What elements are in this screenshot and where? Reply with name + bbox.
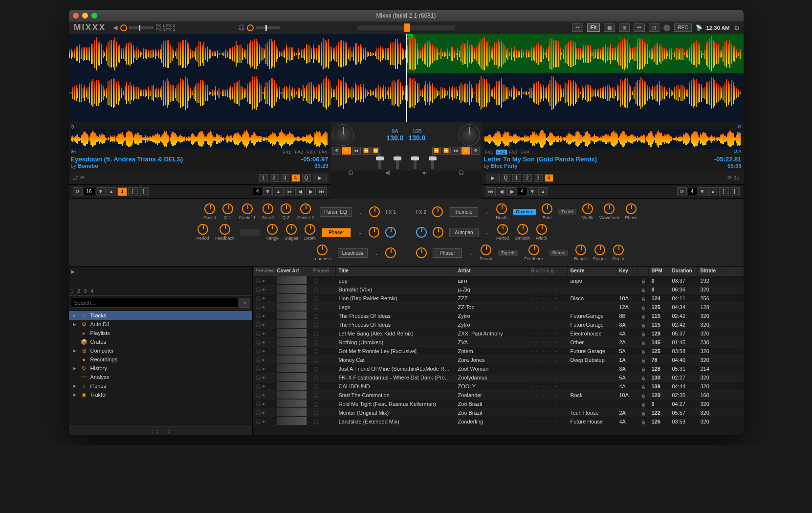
track-rating[interactable]: · · · · · [528,365,568,373]
tree-arrow-icon[interactable]: ▶ [73,383,78,388]
deck1-beatjump-size[interactable]: 4 [253,188,262,195]
deck1-play-button[interactable]: ▶ [313,174,327,182]
deck1-volume-fader[interactable] [396,156,399,169]
fx1-slot3-meta-knob[interactable] [385,247,396,258]
fx1-phaser-feedback-knob[interactable] [219,224,230,235]
preview-play-icon[interactable] [256,295,261,301]
tree-item-traktor[interactable]: ▶◉Traktor [69,390,252,399]
library-row[interactable]: ▸ CALIBOUND ZOOLY · · · · · 4A 109 04:44… [253,382,744,391]
chevron-down-icon[interactable]: ⌄ [484,230,490,235]
bpm-lock-icon[interactable] [641,322,646,328]
deck2-hotcue-1[interactable]: 1 [512,174,521,182]
deck1-bpm-display[interactable]: 9A 130.0 [386,128,403,142]
deck1-reloop-button[interactable]: ⟳ [73,187,83,196]
library-row[interactable]: ▸ FKi X Flosstradamus - Where Dat Dank (… [253,373,744,382]
fx1-slot1-meta-knob[interactable] [369,206,380,217]
tree-item-computer[interactable]: ▶🖥Computer [69,346,252,355]
preview-play-icon[interactable] [256,365,261,371]
library-row[interactable]: ▸ Legs ZZ Top · · · · · 12A 125 04:34 12… [253,303,744,312]
chevron-down-icon[interactable]: ⌄ [373,250,379,256]
library-row[interactable]: ▸ Start The Commotion Zoolander · · · · … [253,391,744,400]
fx2-quantize-badge[interactable]: Quantize [513,209,536,215]
deck2-next-button[interactable]: ⏭ [452,147,461,155]
deck1-repeat-icon[interactable]: ⟳ [80,175,85,181]
sampler-toggle-button[interactable]: ☷ [572,23,583,32]
fx2-slot2-meta-knob[interactable] [433,227,443,238]
track-rating[interactable]: · · · · · [528,347,568,355]
deck2-beatjump-fwd[interactable]: ▶ [507,187,517,196]
deck2-beatjump-size[interactable]: 4 [518,188,527,195]
deck2-rev-button[interactable]: ⏪ [432,147,441,155]
col-header-bpm[interactable]: BPM [649,267,669,276]
deck1-hotcue-2[interactable]: 2 [270,174,279,182]
track-rating[interactable]: · · · · · [528,303,568,311]
fx2-slot3-meta-knob[interactable] [416,247,427,258]
library-row[interactable]: ▸ Hold Me Tight (Feat. Rasmus Kellerman)… [253,400,744,408]
fx2-stereo-tag[interactable]: Stereo [549,250,569,256]
deck1-loop-active[interactable]: ⬇ [117,187,127,196]
deck1-beatjump-next[interactable]: ⏭ [317,187,327,196]
deck2-hotcue-3[interactable]: 3 [534,174,543,182]
preview-play-icon[interactable] [256,304,261,310]
view-button-4[interactable]: ⊡ [649,23,659,32]
deck1-hotcue-1[interactable]: 1 [259,174,268,182]
library-row[interactable]: ▸ Nothing (Unmixed) ZVA · · · · · Other … [253,338,744,347]
fx2-super-knob[interactable] [416,227,427,238]
track-rating[interactable]: · · · · · [528,277,568,285]
fx2-tremolo-waveform-knob[interactable] [604,203,614,214]
library-row[interactable]: ▸ Let Me Bang (Alex Kidd Remix) ZXX, Pau… [253,329,744,338]
deck1-loop-half[interactable]: ▼ [96,187,106,196]
tree-item-itunes[interactable]: ▶♪iTunes [69,381,252,390]
fx2-autopan-smooth-knob[interactable] [517,224,528,235]
search-clear-button[interactable]: ◦ [240,298,250,308]
record-button[interactable]: REC [674,23,691,32]
headphone-gain-slider[interactable] [256,26,280,29]
deck2-beatjump-back[interactable]: ◀ [497,187,506,196]
fx2-autopan-width-knob[interactable] [536,224,547,235]
deck2-loop-double[interactable]: ▲ [708,187,718,196]
deck2-play-button[interactable]: ▶ [486,174,500,182]
track-rating[interactable]: · · · · · [528,286,568,293]
tree-arrow-icon[interactable]: ▶ [73,348,78,353]
library-rows[interactable]: ▸ ppp шггг · · · · · anpo 0 03:37 192 ▸ … [253,276,744,435]
tree-item-analyze[interactable]: 〰Analyze [69,373,252,381]
bpm-lock-icon[interactable] [641,304,646,310]
track-rating[interactable]: · · · · · [528,356,568,364]
deck1-beatjump-back[interactable]: ◀ [295,187,305,196]
master-balance-knob[interactable] [120,24,127,31]
track-rating[interactable]: · · · · · [528,374,568,381]
preview-deck[interactable]: ▶ 1234 [69,267,252,296]
col-header-preview[interactable]: Preview [253,267,274,276]
preview-play-icon[interactable]: ▶ [71,268,250,275]
fx1-phaser-range-knob[interactable] [267,224,278,235]
fx1-slot1-selector[interactable]: Param EQ [320,207,351,217]
bpm-lock-icon[interactable] [641,339,646,345]
sidebar-resize-handle[interactable]: ⋮⋮⋮⋮ [69,426,252,435]
view-button-3[interactable]: ☷ [634,23,645,32]
bpm-lock-icon[interactable] [641,366,646,372]
deck1-rate-slider[interactable] [378,156,381,169]
library-row[interactable]: ▸ Mentor (Original Mix) Zoo Brazil · · ·… [253,408,744,417]
deck2-volume-fader[interactable] [414,156,417,169]
bpm-lock-icon[interactable] [641,401,646,407]
fx-toggle-button[interactable]: FX [587,23,600,32]
fx2-triplet-tag[interactable]: Triplet [558,209,576,215]
preview-play-icon[interactable] [256,374,261,380]
track-rating[interactable]: · · · · · [528,418,568,425]
col-header-bitrate[interactable]: Bitrate [698,267,721,276]
view-button-1[interactable]: ▦ [604,23,615,32]
tree-item-recordings[interactable]: ●Recordings [69,355,252,364]
bpm-lock-icon[interactable] [641,392,646,398]
track-rating[interactable]: · · · · · [528,321,568,329]
fx2-phaser-range-knob[interactable] [575,245,586,255]
fx2-phaser-depth-knob[interactable] [613,245,624,255]
col-header-key[interactable]: Key [616,267,638,276]
deck2-overview-waveform[interactable] [484,129,742,149]
track-rating[interactable]: · · · · · [528,391,568,399]
deck1-prev-button[interactable]: ⏮ [352,147,361,155]
fx2-autopan-period-knob[interactable] [497,224,508,235]
deck1-fwd-button[interactable]: ⏩ [372,147,380,155]
bpm-lock-icon[interactable] [641,357,646,363]
tree-arrow-icon[interactable]: ▶ [73,313,78,318]
master-volume-slider[interactable] [129,26,154,29]
